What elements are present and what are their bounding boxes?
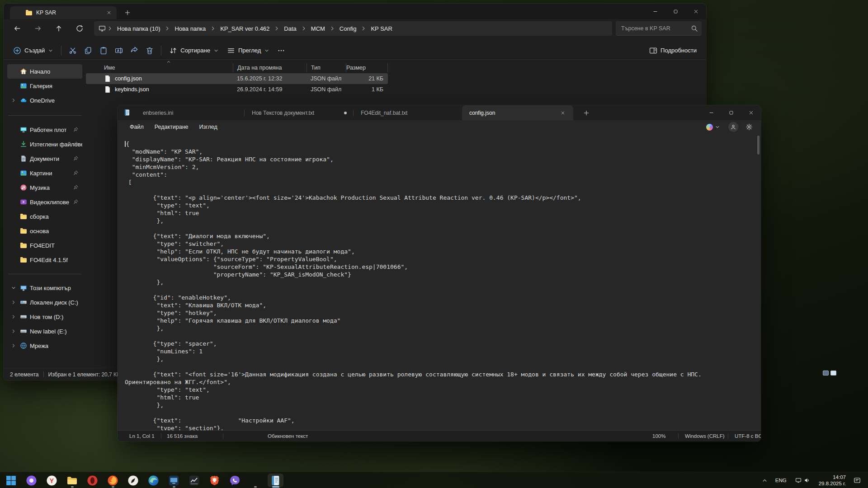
breadcrumb-item[interactable]: Нова папка [171, 24, 209, 33]
taskbar-notepad-button[interactable] [265, 472, 286, 488]
breadcrumb-item[interactable]: KP_SAR ver 0.462 [217, 24, 273, 33]
sidebar-item-gallery[interactable]: Галерия [7, 79, 82, 93]
close-button[interactable] [741, 105, 761, 120]
maximize-button[interactable] [721, 105, 741, 120]
clock[interactable]: 14:07 29.8.2025 г. [819, 474, 846, 487]
sidebar-item-onedrive[interactable]: OneDrive [7, 93, 82, 108]
breadcrumb-item[interactable]: Data [281, 24, 299, 33]
rename-button[interactable] [111, 43, 127, 58]
breadcrumb-item[interactable]: Config [336, 24, 360, 33]
breadcrumb-item[interactable]: KP SAR [368, 24, 395, 33]
breadcrumb[interactable]: Нова папка (10)Нова папкаKP_SAR ver 0.46… [94, 21, 612, 36]
copilot-button[interactable] [703, 122, 723, 132]
taskbar-brave-browser-button[interactable] [204, 472, 225, 488]
maximize-button[interactable] [665, 4, 686, 19]
more-options-button[interactable] [274, 43, 289, 58]
close-button[interactable] [686, 4, 706, 19]
taskbar-navy-app-button[interactable] [245, 472, 265, 488]
breadcrumb-item[interactable]: Нова папка (10) [114, 24, 163, 33]
sidebar-item-music[interactable]: Музика [7, 180, 82, 195]
taskbar-edge-browser-button[interactable] [143, 472, 164, 488]
explorer-tab-kp-sar[interactable]: KP SAR [10, 6, 117, 19]
share-button[interactable] [127, 43, 142, 58]
column-header-size[interactable]: Размер [346, 63, 388, 72]
text-editor[interactable]: { "modName": "KP SAR", "displayName": "K… [118, 134, 761, 430]
up-button[interactable] [51, 21, 67, 36]
chevron-up-icon [762, 478, 768, 483]
column-header-name[interactable]: Име [86, 63, 233, 72]
items-count: 2 елемента [10, 371, 39, 378]
taskbar-start-button[interactable] [1, 472, 21, 488]
sidebar-item-label: Локален диск (C:) [30, 299, 78, 306]
column-header-date[interactable]: Дата на промяна [233, 63, 307, 72]
sidebar-item-osnova[interactable]: основа [7, 224, 82, 238]
search-input[interactable] [616, 21, 702, 35]
mini-window-icon[interactable] [830, 371, 836, 375]
mini-panel-icon[interactable] [823, 371, 829, 375]
new-tab-button[interactable] [122, 7, 133, 18]
sidebar-item-fo4edit[interactable]: FO4EDIT [7, 238, 82, 253]
taskbar-viber-button[interactable] [225, 472, 245, 488]
back-button[interactable] [9, 21, 25, 36]
editor-scrollbar[interactable] [757, 136, 760, 155]
file-row-config-json[interactable]: config.json15.6.2025 г. 12:32JSON файл21… [86, 73, 388, 84]
chevron-right-icon [274, 25, 280, 32]
taskbar-yandex-browser-button[interactable]: Y [42, 472, 62, 488]
sidebar-item-network[interactable]: Мрежа [7, 338, 82, 353]
sidebar-item-this-pc[interactable]: Този компютър [7, 281, 82, 295]
maximize-icon [673, 9, 679, 14]
sidebar-item-local-disk-c[interactable]: Локален диск (C:) [7, 295, 82, 310]
taskbar-purple-app-button[interactable] [21, 472, 42, 488]
account-button[interactable] [728, 122, 738, 132]
sidebar-item-new-volume-d[interactable]: Нов том (D:) [7, 310, 82, 324]
taskbar-red-circle-app-button[interactable] [82, 472, 103, 488]
delete-button[interactable] [142, 43, 157, 58]
file-row-keybinds-json[interactable]: keybinds.json26.9.2024 г. 14:59JSON файл… [86, 84, 388, 95]
menu-view[interactable]: Изглед [194, 122, 222, 132]
sidebar-item-fo4edit-415f[interactable]: FO4Edit 4.1.5f [7, 253, 82, 267]
sidebar-item-new-label-e[interactable]: New label (E:) [7, 324, 82, 338]
close-tab-button[interactable] [105, 9, 113, 17]
taskbar-file-explorer-button[interactable] [62, 472, 82, 488]
taskbar-white-circle-app-button[interactable] [123, 472, 143, 488]
sort-button[interactable]: Сортиране [165, 44, 223, 57]
column-header-type[interactable]: Тип [307, 63, 346, 72]
rename-icon [115, 47, 123, 55]
sidebar-item-sborka[interactable]: сборка [7, 209, 82, 224]
breadcrumb-item[interactable]: MCM [308, 24, 328, 33]
minimize-button[interactable] [645, 4, 665, 19]
taskbar-orange-browser-button[interactable] [103, 472, 123, 488]
settings-button[interactable] [744, 122, 755, 132]
sidebar-item-videos[interactable]: Видеоклипове [7, 195, 82, 209]
copy-button[interactable] [80, 43, 96, 58]
minimize-button[interactable] [701, 105, 721, 120]
sidebar-item-desktop[interactable]: Работен плот [7, 122, 82, 137]
taskbar-chart-app-button[interactable] [184, 472, 204, 488]
system-tray-group[interactable] [793, 475, 813, 486]
new-document-tab-button[interactable] [581, 108, 591, 118]
sidebar-item-downloads[interactable]: Изтеглени файлове [7, 137, 82, 151]
notification-center-button[interactable] [852, 475, 863, 486]
new-button[interactable]: Създай [9, 44, 57, 57]
taskbar-blue-screen-app-button[interactable] [164, 472, 184, 488]
details-pane-button[interactable]: Подробности [645, 44, 701, 57]
notepad-tab-fo4edit-naf[interactable]: FO4Edit_naf.bat.txt [354, 105, 462, 120]
sidebar-item-home[interactable]: Начало [7, 64, 82, 79]
sidebar-item-documents[interactable]: Документи [7, 151, 82, 166]
refresh-button[interactable] [71, 21, 88, 36]
notepad-tab-config-json[interactable]: config.json [462, 105, 573, 120]
view-button[interactable]: Преглед [223, 44, 274, 57]
language-indicator[interactable]: ENG [775, 478, 787, 483]
cut-button[interactable] [65, 43, 80, 58]
menu-edit[interactable]: Редактиране [150, 122, 193, 132]
forward-button[interactable] [30, 21, 46, 36]
close-tab-button[interactable] [559, 109, 567, 117]
sidebar-item-label: OneDrive [30, 97, 55, 104]
notepad-tab-new-text-document[interactable]: Нов Текстов документ.txt [245, 105, 353, 120]
zoom-level[interactable]: 100% [652, 433, 665, 439]
menu-file[interactable]: Файл [125, 122, 149, 132]
hidden-icons-button[interactable] [760, 476, 769, 485]
sidebar-item-pictures[interactable]: Картини [7, 166, 82, 180]
notepad-tab-enbseries[interactable]: enbseries.ini [136, 105, 244, 120]
paste-button[interactable] [96, 43, 111, 58]
